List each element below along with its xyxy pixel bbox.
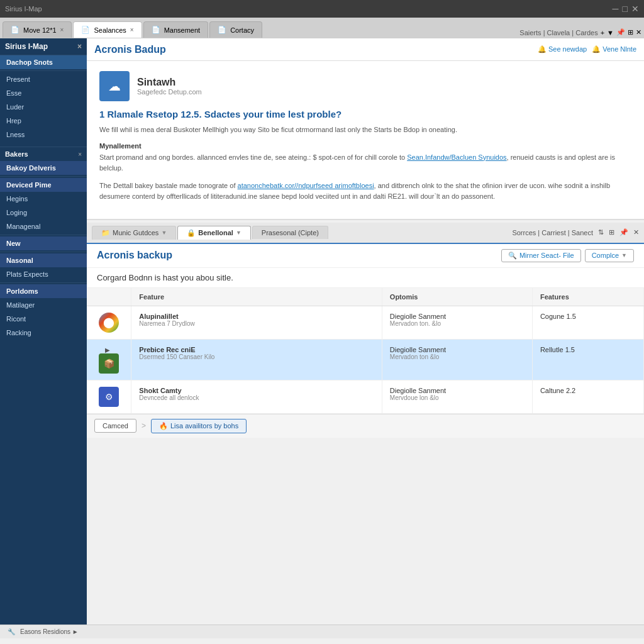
tab1-close[interactable]: ×: [60, 26, 64, 33]
panel-tab3-label: Prasesonal (Cipte): [262, 229, 319, 236]
maximize-btn[interactable]: □: [623, 4, 628, 14]
article-title: Sintawh: [137, 77, 202, 88]
sidebar-close-icon[interactable]: ×: [77, 42, 82, 51]
browser-tab-4[interactable]: 📄 Cortacy: [209, 21, 262, 38]
main-content: Acronis Badup 🔔 See newdap 🔔 Vene Nlnte …: [87, 38, 644, 625]
sidebar-top-header: Sirius I-Map ×: [0, 38, 87, 55]
sidebar-item-hrep[interactable]: Hrep: [0, 114, 87, 128]
row3-options-main: Diegiolle Sanment: [390, 387, 525, 394]
sidebar-divider-1: [0, 70, 87, 71]
sidebar-bakoy-delveris[interactable]: Bakoy Delveris: [0, 161, 87, 175]
panel-close-icon[interactable]: ✕: [633, 228, 639, 236]
row2-options-main: Diegiolle Sanment: [390, 346, 525, 353]
row3-icon-cell: ⚙: [87, 380, 131, 413]
sidebar-item-esse[interactable]: Esse: [0, 86, 87, 100]
sidebar-loging[interactable]: Loging: [0, 206, 87, 219]
loging-label: Loging: [6, 209, 27, 216]
bottom-action-bar: Camced > 🔥 Lisa availitors by bohs: [87, 414, 644, 438]
tab1-label: Move 12*1: [23, 26, 57, 34]
browser-tab-bar: 📄 Move 12*1 × 📄 Sealances × 📄 Mansement …: [0, 18, 644, 38]
tab4-icon: 📄: [218, 26, 226, 34]
panel-tab-benellonal[interactable]: 🔒 Benellonal ▼: [177, 226, 251, 240]
porldoms-label: Porldoms: [6, 287, 38, 295]
sidebar-panel2-close[interactable]: ×: [78, 151, 82, 158]
sidebar-nasonal[interactable]: Nasonal: [0, 253, 87, 267]
panel-tab-munic[interactable]: 📁 Munic Gutdces ▼: [92, 226, 176, 240]
tab1-icon: 📄: [11, 26, 19, 34]
row1-options-main: Diegiolle Sanment: [390, 313, 525, 320]
col-header-optomis: Optomis: [382, 288, 532, 306]
table-row[interactable]: ⬤ Alupinalillet Naremea 7 Drydlow Diegio…: [87, 306, 644, 339]
col-header-features: Features: [532, 288, 643, 306]
tab2-close[interactable]: ×: [130, 26, 134, 33]
new-tab-btn[interactable]: +: [601, 29, 604, 36]
sidebar-deviced-pime[interactable]: Deviced Pime: [0, 178, 87, 192]
tab-list-btn[interactable]: ▼: [607, 29, 614, 36]
browser-tab-3[interactable]: 📄 Mansement: [143, 21, 208, 38]
panel-sort-icon[interactable]: ⇅: [598, 228, 604, 236]
expand-btn[interactable]: ⊞: [628, 28, 633, 36]
panel-section: 📁 Munic Gutdces ▼ 🔒 Benellonal ▼ Praseso…: [87, 223, 644, 438]
panel-pin-icon[interactable]: 📌: [619, 228, 628, 236]
tab2-label: Sealances: [94, 26, 126, 34]
sidebar-matilager[interactable]: Matilager: [0, 298, 87, 312]
panel-view-icon[interactable]: ⊞: [609, 228, 614, 236]
table-row[interactable]: ▶ 📦 Prebice Rec cniE Dsermed 150 Cansaer…: [87, 339, 644, 380]
matilager-label: Matilager: [6, 301, 35, 309]
article-subtitle: Sagefedc Detup.com: [137, 88, 202, 96]
sidebar-item-luder[interactable]: Luder: [0, 100, 87, 114]
mirner-seact-btn[interactable]: 🔍 Mirner Seact- File: [501, 249, 581, 262]
sidebar-ricont[interactable]: Ricont: [0, 312, 87, 326]
close-window-btn[interactable]: ✕: [636, 28, 641, 36]
managenal-label: Managenal: [6, 223, 40, 230]
row1-options-sub: Mervadon ton. &lo: [390, 320, 525, 327]
row2-icon-cell: ▶ 📦: [87, 339, 131, 380]
article-link2[interactable]: atanonchebatk.cor//ndpurfseed arimoftblo…: [238, 182, 374, 189]
new-label: New: [6, 240, 21, 247]
lisa-availitors-btn[interactable]: 🔥 Lisa availitors by bohs: [151, 419, 247, 433]
sidebar-item-deploy[interactable]: Dachop Snots: [0, 55, 87, 69]
article-management-label: Mynallement: [99, 142, 631, 150]
racking-label: Racking: [6, 329, 31, 336]
panel-tab-prasesonal[interactable]: Prasesonal (Cipte): [252, 226, 328, 239]
cancel-btn[interactable]: Camced: [94, 419, 136, 433]
sidebar-managenal[interactable]: Managenal: [0, 219, 87, 233]
sidebar-new-section[interactable]: New: [0, 236, 87, 250]
row2-feature: Prebice Rec cniE Dsermed 150 Cansaer Kil…: [131, 339, 382, 380]
browser-nav-right: Saierts | Clavela | Cardes: [519, 29, 597, 36]
hegins-label: Hegins: [6, 195, 28, 203]
nasonal-label: Nasonal: [6, 257, 33, 264]
minimize-btn[interactable]: ─: [613, 4, 619, 14]
sidebar-item-lness[interactable]: Lness: [0, 128, 87, 142]
divider-nasonal: [0, 252, 87, 252]
close-btn[interactable]: ✕: [631, 4, 639, 14]
sidebar-hegins[interactable]: Hegins: [0, 192, 87, 206]
tab4-label: Cortacy: [230, 26, 254, 34]
pin-btn[interactable]: 📌: [616, 28, 625, 36]
complce-label: Complce: [592, 252, 619, 259]
sidebar-deploy-label: Dachop Snots: [6, 58, 53, 66]
see-newdap-btn[interactable]: 🔔 See newdap: [538, 45, 587, 53]
folder-icon: 📁: [101, 229, 110, 237]
row1-feature: Alupinalillet Naremea 7 Drydlow: [131, 306, 382, 339]
browser-titlebar: Sirius I-Map ─ □ ✕: [0, 0, 644, 18]
tab2-icon: 📄: [81, 26, 90, 34]
sidebar-panel-2: Bakers × Bakoy Delveris Deviced Pime Heg…: [0, 147, 87, 340]
row3-options-sub: Mervdoue lon &lo: [390, 394, 525, 401]
row3-features: Caltune 2.2: [532, 380, 643, 413]
browser-tab-1[interactable]: 📄 Move 12*1 ×: [3, 21, 72, 38]
row2-features: Rellutle 1.5: [532, 339, 643, 380]
sidebar-item-present[interactable]: Present: [0, 72, 87, 86]
vene-nlnte-btn[interactable]: 🔔 Vene Nlnte: [592, 45, 636, 53]
article-body2: Start promand and ong bordes. allannced …: [99, 152, 631, 174]
sidebar-racking[interactable]: Racking: [0, 326, 87, 340]
article-link1[interactable]: Sean.Infandw/Bacluen Synuidos: [407, 153, 506, 161]
sidebar-porldoms[interactable]: Porldoms: [0, 284, 87, 298]
sidebar-lness-label: Lness: [6, 131, 25, 138]
sidebar-plats-expects[interactable]: Plats Expects: [0, 267, 87, 281]
complce-btn[interactable]: Complce ▼: [585, 249, 634, 262]
tab2-chevron-icon: ▼: [236, 230, 242, 236]
browser-tab-2[interactable]: 📄 Sealances ×: [73, 21, 142, 38]
table-row[interactable]: ⚙ Shokt Camty Devncede all denlock Diegi…: [87, 380, 644, 413]
mirner-seact-label: Mirner Seact- File: [519, 252, 574, 259]
